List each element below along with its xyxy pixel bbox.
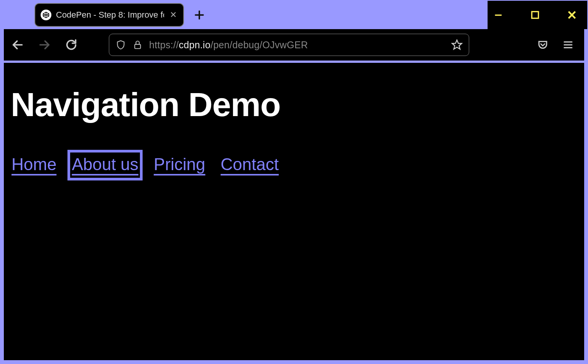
pocket-icon[interactable] (536, 38, 550, 52)
demo-nav: Home About us Pricing Contact (11, 153, 577, 177)
window-caption-buttons (488, 1, 587, 29)
svg-marker-10 (452, 40, 462, 49)
tab-title: CodePen - Step 8: Improve focu (56, 10, 164, 20)
nav-link-pricing[interactable]: Pricing (153, 153, 206, 177)
page-viewport: Navigation Demo Home About us Pricing Co… (4, 63, 584, 360)
tab-strip: CodePen - Step 8: Improve focu ✕ (1, 1, 488, 27)
maximize-button[interactable] (527, 7, 543, 23)
url-scheme: https:// (149, 39, 179, 50)
forward-button[interactable] (36, 36, 53, 53)
nav-link-home[interactable]: Home (11, 153, 57, 177)
lock-icon (132, 39, 143, 50)
url-text: https://cdpn.io/pen/debug/OJvwGER (149, 39, 445, 51)
titlebar: CodePen - Step 8: Improve focu ✕ (1, 1, 587, 29)
address-bar[interactable]: https://cdpn.io/pen/debug/OJvwGER (109, 34, 469, 56)
browser-tab[interactable]: CodePen - Step 8: Improve focu ✕ (34, 3, 184, 27)
codepen-icon (41, 10, 51, 20)
browser-window: CodePen - Step 8: Improve focu ✕ (1, 1, 587, 363)
close-tab-icon[interactable]: ✕ (169, 10, 178, 20)
bookmark-star-icon[interactable] (451, 39, 463, 51)
toolbar-right (536, 38, 579, 52)
url-host: cdpn.io (179, 39, 210, 50)
svg-rect-6 (532, 11, 538, 18)
close-window-button[interactable] (564, 7, 580, 23)
nav-link-about[interactable]: About us (71, 153, 139, 177)
reload-button[interactable] (63, 36, 80, 53)
back-button[interactable] (9, 36, 26, 53)
svg-rect-5 (495, 15, 501, 16)
url-path: /pen/debug/OJvwGER (210, 39, 308, 50)
page-heading: Navigation Demo (11, 85, 577, 124)
nav-link-contact[interactable]: Contact (220, 153, 280, 177)
browser-toolbar: https://cdpn.io/pen/debug/OJvwGER (4, 29, 584, 61)
minimize-button[interactable] (491, 7, 506, 23)
new-tab-button[interactable] (192, 7, 207, 23)
shield-icon (115, 39, 126, 50)
hamburger-menu-icon[interactable] (561, 38, 575, 52)
svg-rect-9 (135, 44, 140, 49)
